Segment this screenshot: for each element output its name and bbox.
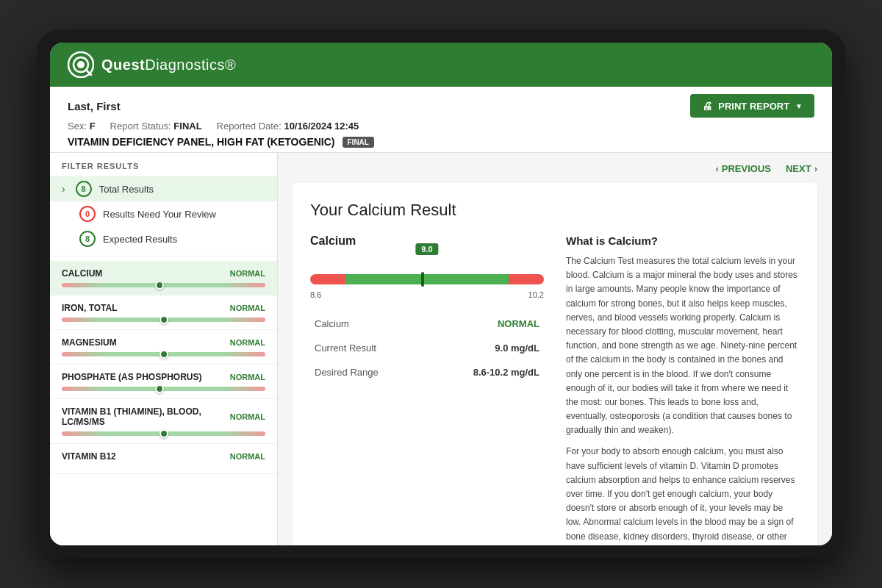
filter-expected[interactable]: 8 Expected Results xyxy=(50,226,277,251)
lab-range-bar xyxy=(62,387,265,391)
expected-badge: 8 xyxy=(79,231,96,247)
lab-range-bar xyxy=(62,318,265,322)
lab-status: NORMAL xyxy=(230,452,265,461)
lab-status: NORMAL xyxy=(230,269,265,278)
filter-total[interactable]: › 8 Total Results xyxy=(50,176,277,201)
range-labels: 8.6 10.2 xyxy=(310,290,544,299)
lab-item-calcium[interactable]: Calcium NORMAL xyxy=(50,261,277,295)
detail-body: Calcium 9.0 8.6 10.2 xyxy=(310,234,800,545)
lab-name: Iron, Total xyxy=(62,303,118,313)
result-table: Calcium NORMAL Current Result 9.0 mg/dL … xyxy=(310,311,544,385)
lab-indicator xyxy=(159,350,168,359)
filter-review-label: Results Need Your Review xyxy=(103,209,216,220)
lab-range-bar xyxy=(62,352,265,356)
lab-name: Calcium xyxy=(62,268,102,279)
what-is-paragraph-2: For your body to absorb enough calcium, … xyxy=(566,445,800,545)
lab-status: NORMAL xyxy=(230,304,265,312)
divider xyxy=(50,256,277,257)
next-button[interactable]: NEXT › xyxy=(786,163,817,174)
previous-button[interactable]: ‹ PREVIOUS xyxy=(715,163,771,174)
lab-item-vitb1[interactable]: Vitamin B1 (Thiamine), Blood, LC/MS/MS N… xyxy=(50,399,277,444)
lab-indicator xyxy=(155,281,164,290)
report-status: Report Status: FINAL xyxy=(110,121,202,132)
range-low: 8.6 xyxy=(310,290,321,299)
lab-name: Vitamin B1 (Thiamine), Blood, LC/MS/MS xyxy=(62,406,230,427)
logo-text: QuestDiagnostics® xyxy=(101,57,236,74)
filter-review[interactable]: 0 Results Need Your Review xyxy=(50,201,277,226)
total-badge: 8 xyxy=(76,181,92,197)
filter-expected-label: Expected Results xyxy=(103,234,177,245)
lab-status: NORMAL xyxy=(230,373,265,381)
quest-logo-icon xyxy=(68,51,94,78)
device-frame: QuestDiagnostics® Last, First 🖨 PRINT RE… xyxy=(37,29,845,559)
result-marker xyxy=(421,272,424,287)
detail-title: Your Calcium Result xyxy=(310,201,800,220)
chevron-left-icon: ‹ xyxy=(715,163,718,174)
lab-status: NORMAL xyxy=(230,412,265,421)
lab-name: Vitamin B12 xyxy=(62,451,116,462)
lab-item-phosphate[interactable]: Phosphate (as Phosphorus) NORMAL xyxy=(50,365,277,399)
what-is-paragraph-1: The Calcium Test measures the total calc… xyxy=(566,254,800,437)
main-content: FILTER RESULTS › 8 Total Results 0 Resul… xyxy=(50,153,832,545)
filter-header: FILTER RESULTS xyxy=(50,153,277,176)
table-row: Current Result 9.0 mg/dL xyxy=(312,337,542,359)
panel-title: VITAMIN DEFICIENCY PANEL, HIGH FAT (KETO… xyxy=(68,136,814,148)
printer-icon: 🖨 xyxy=(702,100,712,112)
result-bar-wrapper: 9.0 xyxy=(310,257,544,284)
table-row: Calcium NORMAL xyxy=(312,312,542,335)
lab-indicator xyxy=(159,429,168,438)
result-bar xyxy=(310,274,544,284)
table-row: Desired Range 8.6-10.2 mg/dL xyxy=(312,361,542,384)
lab-item-iron[interactable]: Iron, Total NORMAL xyxy=(50,295,277,330)
what-is-title: What is Calcium? xyxy=(566,234,800,247)
detail-right: What is Calcium? The Calcium Test measur… xyxy=(566,234,800,545)
detail-card: Your Calcium Result Calcium 9.0 xyxy=(293,183,817,545)
result-value-label: 9.0 xyxy=(415,243,438,255)
lab-indicator xyxy=(159,315,168,324)
lab-indicator xyxy=(155,384,164,393)
sidebar: FILTER RESULTS › 8 Total Results 0 Resul… xyxy=(50,153,278,545)
review-badge: 0 xyxy=(79,206,96,222)
lab-range-bar xyxy=(62,431,265,436)
print-report-button[interactable]: 🖨 PRINT REPORT ▼ xyxy=(690,94,814,118)
lab-item-magnesium[interactable]: Magnesium NORMAL xyxy=(50,330,277,365)
lab-name: Magnesium xyxy=(62,337,117,348)
lab-range-bar xyxy=(62,283,265,287)
screen: QuestDiagnostics® Last, First 🖨 PRINT RE… xyxy=(50,43,832,545)
chevron-right-icon: › xyxy=(814,163,817,174)
detail-left: Calcium 9.0 8.6 10.2 xyxy=(310,234,544,545)
svg-point-2 xyxy=(77,61,85,68)
lab-name: Phosphate (as Phosphorus) xyxy=(62,372,201,382)
patient-bar: Last, First 🖨 PRINT REPORT ▼ Sex: F Repo… xyxy=(50,87,832,153)
logo: QuestDiagnostics® xyxy=(68,51,236,78)
sex-label: Sex: F xyxy=(68,121,96,132)
patient-name: Last, First xyxy=(68,100,121,112)
range-high: 10.2 xyxy=(528,290,544,299)
final-badge: FINAL xyxy=(343,137,374,148)
chevron-right-icon: › xyxy=(62,183,65,195)
reported-date: Reported Date: 10/16/2024 12:45 xyxy=(217,121,359,132)
filter-total-label: Total Results xyxy=(99,184,154,195)
header: QuestDiagnostics® xyxy=(50,43,832,87)
detail-panel: ‹ PREVIOUS NEXT › Your Calcium Result Ca… xyxy=(278,153,832,545)
nav-row: ‹ PREVIOUS NEXT › xyxy=(293,163,817,174)
lab-status: NORMAL xyxy=(230,338,265,347)
chevron-down-icon: ▼ xyxy=(795,102,803,110)
lab-item-vitb12[interactable]: Vitamin B12 NORMAL xyxy=(50,444,277,474)
